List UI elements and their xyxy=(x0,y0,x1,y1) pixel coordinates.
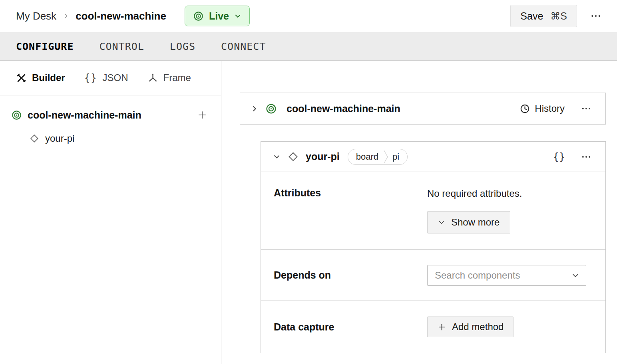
add-method-button[interactable]: Add method xyxy=(427,317,514,337)
mode-json[interactable]: {} JSON xyxy=(84,72,128,83)
mode-frame-label: Frame xyxy=(163,72,191,83)
component-card-title: your-pi xyxy=(306,151,340,162)
config-main-panel: cool-new-machine-main History xyxy=(221,61,617,364)
breadcrumb: My Desk cool-new-machine xyxy=(16,10,166,22)
depends-on-search-select[interactable]: Search components xyxy=(427,265,586,286)
header-overflow-menu-button[interactable] xyxy=(587,7,605,25)
ellipsis-icon xyxy=(581,151,592,162)
history-button[interactable]: History xyxy=(519,103,565,114)
component-diamond-icon xyxy=(288,151,299,162)
component-card-header: your-pi board pi {} xyxy=(261,142,605,172)
live-status-dropdown[interactable]: Live xyxy=(185,6,250,26)
part-card-title: cool-new-machine-main xyxy=(287,103,400,115)
mode-builder-label: Builder xyxy=(32,72,65,83)
ellipsis-icon xyxy=(581,103,592,114)
collapse-chevron-down-icon[interactable] xyxy=(273,153,281,160)
component-json-button[interactable]: {} xyxy=(553,151,565,162)
data-capture-section-label: Data capture xyxy=(261,321,427,333)
mode-builder[interactable]: Builder xyxy=(16,72,65,83)
show-more-button[interactable]: Show more xyxy=(427,211,510,233)
component-type-badge: board pi xyxy=(348,149,408,165)
tree-item-your-pi[interactable]: your-pi xyxy=(30,133,209,144)
expand-chevron-right-icon[interactable] xyxy=(251,105,258,113)
config-sidebar: Builder {} JSON Frame xyxy=(0,61,221,364)
part-card-menu-button[interactable] xyxy=(577,100,595,117)
component-card-your-pi: your-pi board pi {} Attribu xyxy=(261,141,606,353)
save-button[interactable]: Save ⌘S xyxy=(510,5,577,27)
braces-icon: {} xyxy=(84,72,98,83)
tab-logs[interactable]: LOGS xyxy=(170,41,195,52)
tree-root-row: cool-new-machine-main xyxy=(11,108,209,122)
chevron-down-icon xyxy=(571,271,579,279)
machine-part-icon xyxy=(265,103,277,115)
breadcrumb-parent-link[interactable]: My Desk xyxy=(16,10,56,22)
tab-configure[interactable]: CONFIGURE xyxy=(16,41,74,52)
mode-frame[interactable]: Frame xyxy=(147,72,191,83)
tab-connect[interactable]: CONNECT xyxy=(221,41,266,52)
chevron-down-icon xyxy=(438,219,445,226)
section-data-capture: Data capture Add method xyxy=(261,301,605,353)
machine-part-icon xyxy=(11,110,22,121)
save-shortcut-hint: ⌘S xyxy=(550,10,567,22)
part-group-spine xyxy=(240,125,240,364)
add-method-button-label: Add method xyxy=(452,321,504,332)
show-more-button-label: Show more xyxy=(451,217,500,228)
save-button-label: Save xyxy=(520,10,543,22)
tree-root-label: cool-new-machine-main xyxy=(28,109,141,121)
badge-model-label: pi xyxy=(388,152,407,162)
tools-icon xyxy=(16,73,27,83)
live-status-label: Live xyxy=(209,10,229,22)
ellipsis-icon xyxy=(590,10,602,22)
chevron-right-icon xyxy=(63,13,69,19)
depends-on-section-label: Depends on xyxy=(261,269,427,281)
add-component-button[interactable] xyxy=(195,108,209,122)
badge-type-label: board xyxy=(348,152,383,162)
section-depends-on: Depends on Search components xyxy=(261,250,605,301)
frame-axes-icon xyxy=(147,73,158,83)
live-target-icon xyxy=(193,11,204,22)
component-diamond-icon xyxy=(30,134,39,143)
app-header: My Desk cool-new-machine Live Save ⌘S xyxy=(0,0,617,32)
tree-item-machine-part[interactable]: cool-new-machine-main xyxy=(11,109,195,121)
section-attributes: Attributes No required attributes. Show … xyxy=(261,172,605,250)
machine-part-card: cool-new-machine-main History xyxy=(240,93,606,125)
history-clock-icon xyxy=(519,103,530,114)
tree-child-label: your-pi xyxy=(45,133,74,144)
attributes-section-body: No required attributes. Show more xyxy=(427,187,586,233)
attributes-section-label: Attributes xyxy=(261,187,427,199)
component-card-menu-button[interactable] xyxy=(577,148,595,166)
depends-on-search-placeholder: Search components xyxy=(435,270,520,281)
tab-control[interactable]: CONTROL xyxy=(99,41,144,52)
chevron-down-icon xyxy=(234,12,241,20)
mode-json-label: JSON xyxy=(103,72,128,83)
badge-separator-chevron xyxy=(383,149,388,165)
plus-icon xyxy=(197,110,207,120)
breadcrumb-current: cool-new-machine xyxy=(76,10,166,22)
content-area: Builder {} JSON Frame xyxy=(0,61,617,364)
attributes-empty-text: No required attributes. xyxy=(427,188,522,199)
plus-icon xyxy=(437,322,446,332)
history-button-label: History xyxy=(535,103,565,114)
main-tab-bar: CONFIGURE CONTROL LOGS CONNECT xyxy=(0,32,617,61)
view-mode-bar: Builder {} JSON Frame xyxy=(0,61,221,95)
machine-tree: cool-new-machine-main your-pi xyxy=(0,95,221,144)
